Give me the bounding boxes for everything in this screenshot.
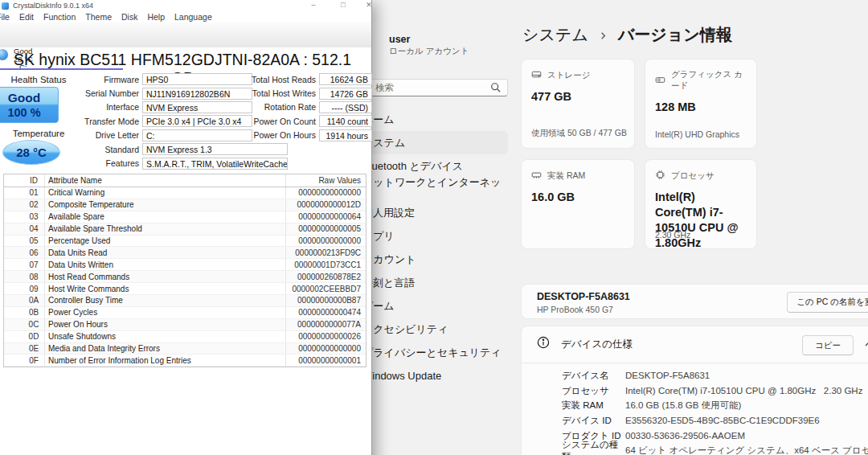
menu-item[interactable]: Help	[147, 12, 172, 22]
spec-value: 00330-53636-29506-AAOEM	[625, 431, 745, 441]
field-label: Firmware	[38, 75, 142, 84]
drive-tab-strip: Good 28 °C C:	[0, 23, 371, 47]
field-value: 16624 GB	[319, 73, 372, 85]
field-label: Power On Count	[242, 117, 319, 126]
field-value: S.M.A.R.T., TRIM, VolatileWriteCache	[142, 158, 288, 170]
minimize-button[interactable]: –	[309, 1, 318, 9]
device-specs-list: デバイス名 DESKTOP-F5A8631 プロセッサ Intel(R) Cor…	[562, 368, 868, 455]
table-row[interactable]: 0E Media and Data Integrity Errors 00000…	[4, 343, 366, 355]
chevron-right-icon	[599, 31, 608, 40]
table-row[interactable]: 03 Available Spare 00000000000064	[4, 211, 366, 223]
table-row[interactable]: 0D Unsafe Shutdowns 00000000000026	[4, 331, 366, 343]
table-row[interactable]: 08 Host Read Commands 000000260878E2	[4, 271, 366, 283]
device-name: DESKTOP-F5A8631	[537, 291, 630, 302]
menu-item[interactable]: File	[0, 12, 17, 22]
breadcrumb-parent[interactable]: システム	[522, 24, 588, 46]
attribute-name: Available Spare	[44, 211, 285, 223]
attribute-name: Data Units Read	[44, 247, 285, 258]
summary-cards: ストレージ 477 GB 使用領域 50 GB / 477 GB グラフィックス…	[521, 59, 757, 249]
card-value: 477 GB	[531, 89, 624, 105]
sidebar-item-アクセシビリティ[interactable]: アクセシビリティ	[350, 318, 508, 341]
summary-card: 実装 RAM 16.0 GB	[521, 159, 635, 249]
field-value: 14726 GB	[319, 88, 372, 100]
attribute-name: Host Read Commands	[44, 271, 285, 282]
attribute-raw-value: 00000000000000	[285, 187, 366, 199]
crystaldiskinfo-window: CrystalDiskInfo 9.0.1 x64 – □ ✕ FileEdit…	[0, 0, 372, 455]
table-row[interactable]: 04 Available Spare Threshold 00000000000…	[4, 223, 366, 236]
attribute-id: 01	[23, 188, 44, 197]
disk-info-field: Power On Hours 1914 hours	[242, 129, 372, 142]
attribute-raw-value: 0000000213FD9C	[285, 247, 366, 258]
menu-item[interactable]: Function	[43, 12, 83, 22]
table-row[interactable]: 0B Power Cycles 00000000000474	[4, 307, 366, 319]
spec-value: 64 ビット オペレーティング システム、x64 ベース プロセッサ	[625, 445, 868, 455]
field-label: Transfer Mode	[38, 117, 142, 126]
sidebar-item-Windows Update[interactable]: Windows Update	[350, 364, 508, 387]
table-row[interactable]: 01 Critical Warning 00000000000000	[4, 187, 366, 199]
copy-button[interactable]: コピー	[802, 335, 854, 355]
sidebar-item-ネットワークとインターネット[interactable]: ネットワークとインターネット	[350, 178, 508, 201]
field-value: HPS0	[142, 73, 252, 85]
sidebar-item-ホーム[interactable]: ホーム	[350, 108, 508, 131]
field-label: Power On Hours	[242, 130, 319, 140]
attribute-raw-value: 0000002CEEBBD7	[285, 283, 366, 294]
table-row[interactable]: 02 Composite Temperature 0000000000012D	[4, 199, 366, 211]
attribute-id: 0B	[23, 308, 44, 317]
card-caption: Intel(R) UHD Graphics	[655, 129, 739, 139]
table-row[interactable]: 05 Percentage Used 00000000000000	[4, 236, 366, 248]
sidebar-item-ゲーム[interactable]: ゲーム	[350, 294, 508, 318]
chevron-up-icon[interactable]	[864, 339, 868, 349]
spec-value: E3556320-E5D5-4B9C-85BC-C1E9CDDF39E6	[625, 416, 820, 425]
rename-pc-button[interactable]: この PC の名前を変更	[787, 292, 868, 313]
attribute-name: Percentage Used	[44, 236, 285, 247]
table-row[interactable]: 06 Data Units Read 0000000213FD9C	[4, 247, 366, 259]
menu-item[interactable]: Theme	[85, 12, 119, 22]
menu-item[interactable]: Language	[174, 12, 219, 22]
spec-value: Intel(R) Core(TM) i7-10510U CPU @ 1.80GH…	[625, 386, 862, 396]
table-row[interactable]: 0C Power On Hours 0000000000077A	[4, 319, 366, 331]
table-row[interactable]: 0A Controller Busy Time 00000000000B87	[4, 295, 366, 307]
table-row[interactable]: 07 Data Units Written 00000001D73CC1	[4, 259, 366, 271]
title-bar[interactable]: CrystalDiskInfo 9.0.1 x64 – □ ✕	[0, 0, 371, 11]
menu-item[interactable]: Edit	[19, 12, 41, 22]
sidebar-item-システム[interactable]: システム	[350, 131, 508, 154]
attribute-raw-value: 00000000000000	[285, 343, 366, 355]
search-input[interactable]	[350, 79, 508, 96]
disk-info-field: Standard NVM Express 1.3	[38, 142, 290, 156]
menu-item[interactable]: Disk	[121, 12, 145, 22]
attribute-raw-value: 000000260878E2	[285, 271, 366, 282]
attribute-raw-value: 0000000000012D	[285, 199, 366, 211]
app-icon	[2, 2, 9, 10]
attribute-id: 07	[23, 260, 44, 269]
table-row[interactable]: 09 Host Write Commands 0000002CEEBBD7	[4, 283, 366, 295]
field-value: 1914 hours	[319, 129, 372, 141]
attribute-raw-value: 00000000000001	[285, 355, 366, 366]
maximize-button[interactable]: □	[338, 1, 348, 9]
device-name-card: DESKTOP-F5A8631 HP ProBook 450 G7 この PC …	[521, 284, 868, 319]
attribute-raw-value: 00000000000B87	[285, 295, 366, 306]
attribute-raw-value: 00000001D73CC1	[285, 259, 366, 270]
sidebar-item-アプリ[interactable]: アプリ	[350, 224, 508, 248]
close-button[interactable]: ✕	[364, 1, 374, 9]
field-value: NVM Express	[142, 101, 252, 113]
table-row[interactable]: 0F Number of Error Information Log Entri…	[4, 355, 366, 367]
attribute-name: Critical Warning	[44, 187, 285, 199]
sidebar-item-個人用設定[interactable]: 個人用設定	[350, 201, 508, 224]
card-title: 実装 RAM	[547, 170, 585, 182]
field-label: Serial Number	[38, 88, 142, 98]
cpu-icon	[655, 170, 665, 182]
gpu-icon	[655, 75, 665, 87]
sidebar-item-アカウント[interactable]: アカウント	[350, 248, 508, 271]
attribute-name: Composite Temperature	[44, 199, 285, 211]
spec-label: システムの種類	[562, 439, 625, 455]
field-value: PCIe 3.0 x4 | PCIe 3.0 x4	[142, 115, 252, 127]
breadcrumb: システム バージョン情報	[522, 24, 732, 46]
sidebar-item-label: Bluetooth とデバイス	[362, 159, 463, 174]
spec-row: プロセッサ Intel(R) Core(TM) i7-10510U CPU @ …	[562, 383, 868, 399]
attribute-name: Host Write Commands	[44, 283, 285, 294]
field-label: Drive Letter	[38, 130, 142, 140]
info-icon	[537, 336, 550, 349]
spec-label: デバイス名	[562, 370, 625, 382]
sidebar-item-プライバシーとセキュリティ[interactable]: プライバシーとセキュリティ	[350, 341, 508, 364]
sidebar-item-時刻と言語[interactable]: 時刻と言語	[350, 271, 508, 294]
